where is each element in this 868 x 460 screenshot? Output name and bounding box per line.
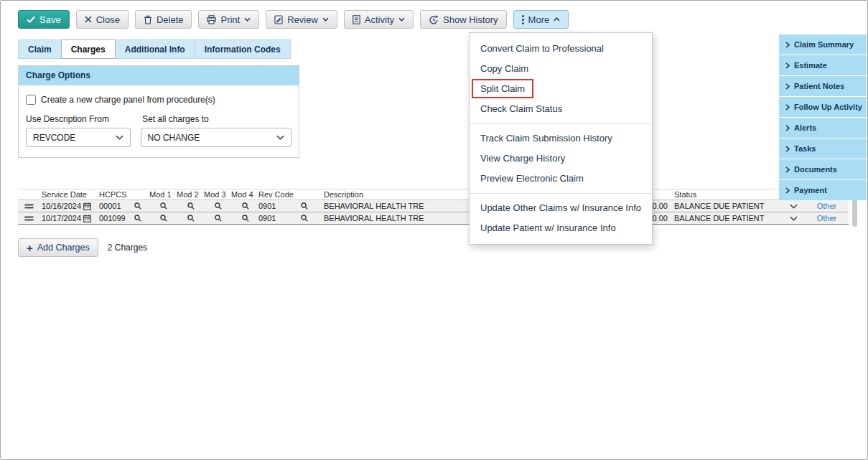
menu-item-copy-claim[interactable]: Copy Claim — [470, 59, 652, 79]
status-value: BALANCE DUE PATIENT — [674, 202, 765, 210]
calendar-icon[interactable] — [83, 215, 91, 222]
chevron-right-icon — [785, 146, 790, 152]
split-claim-highlight[interactable]: Split Claim — [472, 79, 533, 98]
menu-item-update-other-claims-insurance[interactable]: Update Other Claims w/ Insurance Info — [470, 198, 652, 218]
print-button[interactable]: Print — [198, 10, 259, 29]
search-icon[interactable] — [134, 202, 141, 210]
show-history-button[interactable]: Show History — [420, 10, 507, 29]
sidebar-item-payment[interactable]: Payment — [779, 180, 867, 200]
charge-row: 10/17/2024 001099 0901 BEHAVIORAL HEALTH… — [18, 212, 849, 225]
sidebar-item-documents[interactable]: Documents — [779, 159, 867, 179]
service-date-field[interactable]: 10/16/2024 — [39, 202, 97, 210]
menu-item-view-charge-history[interactable]: View Charge History — [470, 149, 652, 169]
sidebar-item-label: Estimate — [794, 61, 827, 70]
other-link[interactable]: Other — [805, 214, 849, 222]
rev-code-field[interactable]: 0901 — [256, 202, 314, 210]
other-link[interactable]: Other — [805, 202, 849, 210]
tab-additional-info[interactable]: Additional Info — [115, 39, 195, 59]
mod1-field[interactable] — [147, 215, 174, 222]
hcpcs-header: HCPCS — [97, 190, 147, 199]
menu-item-split-claim[interactable]: Split Claim — [470, 79, 652, 99]
delete-button[interactable]: Delete — [135, 10, 192, 29]
search-icon[interactable] — [160, 202, 167, 210]
tab-information-codes[interactable]: Information Codes — [195, 39, 291, 59]
tab-claim[interactable]: Claim — [18, 39, 62, 59]
more-menu: Convert Claim to Professional Copy Claim… — [469, 32, 653, 245]
sidebar-item-label: Documents — [794, 165, 837, 174]
hcpcs-field[interactable]: 00001 — [97, 202, 147, 210]
chevron-down-icon — [244, 17, 251, 22]
search-icon[interactable] — [215, 215, 222, 222]
claim-editor-page: Save Close Delete Print Review Activity … — [0, 0, 868, 460]
mod3-field[interactable] — [202, 215, 229, 222]
mod2-field[interactable] — [174, 202, 202, 210]
menu-item-preview-electronic-claim[interactable]: Preview Electronic Claim — [470, 169, 652, 189]
use-description-from-select[interactable]: REVCODE — [26, 128, 131, 147]
rev-code-value: 0901 — [258, 202, 276, 210]
mod2-field[interactable] — [174, 215, 202, 222]
search-icon[interactable] — [160, 215, 167, 222]
hcpcs-value: 00001 — [99, 202, 121, 210]
chevron-up-icon — [554, 17, 560, 22]
mod4-field[interactable] — [229, 202, 256, 210]
charges-table-header: Service Date HCPCS Mod 1 Mod 2 Mod 3 Mod… — [18, 189, 849, 200]
menu-divider — [470, 193, 652, 194]
menu-item-convert-claim-to-professional[interactable]: Convert Claim to Professional — [470, 39, 652, 59]
tab-charges[interactable]: Charges — [61, 39, 116, 59]
sidebar-item-alerts[interactable]: Alerts — [779, 118, 867, 138]
rev-code-field[interactable]: 0901 — [256, 214, 314, 222]
close-button[interactable]: Close — [76, 10, 129, 29]
search-icon[interactable] — [242, 202, 249, 210]
menu-item-update-patient-insurance[interactable]: Update Patient w/ Insurance Info — [470, 218, 652, 238]
more-button[interactable]: More — [513, 10, 569, 29]
close-label: Close — [96, 14, 120, 25]
calendar-icon[interactable] — [83, 202, 91, 210]
menu-item-check-claim-status[interactable]: Check Claim Status — [470, 99, 652, 119]
search-icon[interactable] — [301, 215, 308, 222]
printer-icon — [207, 15, 216, 24]
activity-button[interactable]: Activity — [344, 10, 414, 29]
sidebar-item-patient-notes[interactable]: Patient Notes — [779, 76, 867, 96]
drag-handle-icon — [24, 204, 34, 209]
status-select[interactable]: BALANCE DUE PATIENT — [672, 214, 805, 222]
add-charges-button[interactable]: + Add Charges — [18, 238, 98, 257]
menu-item-track-claim-submission-history[interactable]: Track Claim Submission History — [470, 128, 652, 149]
drag-handle-icon — [24, 216, 34, 221]
sidebar-item-follow-up-activity[interactable]: Follow Up Activity — [779, 97, 867, 117]
sidebar-item-claim-summary[interactable]: Claim Summary — [779, 34, 867, 55]
search-icon[interactable] — [187, 202, 195, 210]
hcpcs-field[interactable]: 001099 — [97, 214, 147, 222]
trash-icon — [144, 15, 152, 24]
sidebar-item-tasks[interactable]: Tasks — [779, 139, 867, 159]
save-button[interactable]: Save — [18, 10, 70, 29]
sidebar-item-estimate[interactable]: Estimate — [779, 55, 867, 75]
search-icon[interactable] — [242, 215, 249, 222]
row-drag-handle[interactable] — [18, 216, 39, 221]
delete-label: Delete — [157, 14, 184, 25]
set-all-charges-select[interactable]: NO CHANGE — [141, 128, 291, 147]
search-icon[interactable] — [134, 215, 141, 222]
new-charge-panel-checkbox[interactable] — [26, 95, 36, 105]
row-drag-handle[interactable] — [18, 204, 39, 209]
chevron-right-icon — [785, 62, 790, 69]
search-icon[interactable] — [301, 202, 308, 210]
new-charge-panel-label: Create a new charge panel from procedure… — [41, 95, 215, 105]
review-button[interactable]: Review — [266, 10, 337, 29]
mod3-field[interactable] — [202, 202, 229, 210]
sidebar-item-label: Patient Notes — [794, 82, 844, 90]
service-date-field[interactable]: 10/17/2024 — [39, 214, 97, 222]
status-select[interactable]: BALANCE DUE PATIENT — [672, 202, 805, 210]
mod1-header: Mod 1 — [147, 190, 174, 199]
search-icon[interactable] — [215, 202, 222, 210]
chevron-right-icon — [785, 104, 790, 111]
more-label: More — [528, 14, 550, 25]
service-date-value: 10/16/2024 — [42, 202, 81, 210]
search-icon[interactable] — [187, 215, 195, 222]
sidebar-item-label: Alerts — [794, 123, 816, 132]
mod1-field[interactable] — [147, 202, 174, 210]
kebab-icon — [522, 15, 524, 24]
menu-divider — [470, 123, 652, 124]
mod4-field[interactable] — [229, 215, 256, 222]
charge-options-panel: Charge Options Create a new charge panel… — [18, 65, 299, 158]
charges-table: Service Date HCPCS Mod 1 Mod 2 Mod 3 Mod… — [18, 189, 849, 225]
